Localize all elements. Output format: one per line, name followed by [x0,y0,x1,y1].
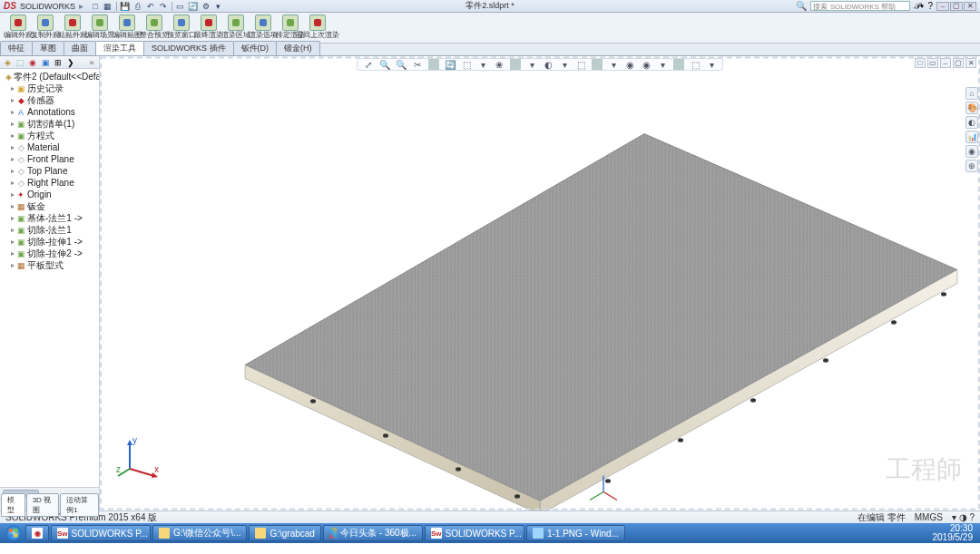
tree-item[interactable]: ▸▣切除-拉伸2 -> [0,248,99,259]
tree-collapse-button[interactable]: » [86,57,97,68]
tree-item[interactable]: ▸◇Right Plane [0,177,99,189]
tab-SOLIDWORKS 插件[interactable]: SOLIDWORKS 插件 [143,41,234,55]
qa-print-icon[interactable]: ⎙ [133,2,142,11]
taskbar-app[interactable]: G:\微信公众号\... [152,525,247,541]
orientation-triad[interactable]: y x z [116,433,162,478]
tree-item[interactable]: ▸▣切除-法兰1 [0,224,99,236]
tree-expand-icon[interactable]: ❯ [65,57,76,68]
ribbon-复制外观[interactable]: 复制外观 [33,15,58,39]
ribbon-icon [228,15,244,31]
taskbar-app[interactable]: 今日头条 - 360极... [323,525,423,541]
taskpane-tab-3[interactable]: 📊 [965,131,978,143]
expand-icon[interactable]: ▸ [11,214,15,222]
feature-tree[interactable]: ◈ 零件2 (Default<<Default>_显 ▸▣历史记录▸◆传感器▸A… [0,69,99,487]
tree-item[interactable]: ▸◇Front Plane [0,153,99,165]
tree-item[interactable]: ▸◇Top Plane [0,165,99,177]
tree-item[interactable]: ▸▣切除-拉伸1 -> [0,236,99,248]
tree-item[interactable]: ▸▣基体-法兰1 -> [0,212,99,224]
qa-new-icon[interactable]: □ [91,2,100,11]
graphics-viewport[interactable]: ⤢🔍🔍✂🔄⬚▾❀▾◐▾⬚▾◉◉▾⬚▾ □ ▭ – ▢ ✕ [100,56,980,510]
expand-icon[interactable]: ▸ [11,131,15,140]
taskbar-app[interactable]: ◉ [25,525,49,541]
tab-草图[interactable]: 草图 [32,41,64,55]
expand-icon[interactable]: ▸ [11,84,15,92]
tree-item[interactable]: ▸▣方程式 [0,130,99,141]
ribbon-预览窗口[interactable]: 预览窗口 [169,15,194,39]
ribbon-编辑贴图[interactable]: 编辑贴图 [114,15,140,39]
start-button[interactable] [4,525,24,541]
taskpane-tab-1[interactable]: 🎨 [965,102,978,114]
close-button[interactable]: ✕ [964,2,976,11]
expand-icon[interactable]: ▸ [11,249,15,258]
expand-icon[interactable]: ▸ [11,120,15,128]
tree-item[interactable]: ▸AAnnotations [0,106,99,118]
qa-save-icon[interactable]: 💾 [121,2,130,11]
tree-root-item[interactable]: ◈ 零件2 (Default<<Default>_显 [0,71,99,83]
taskbar-app[interactable]: G:\grabcad [249,525,320,541]
tree-item[interactable]: ▸▦钣金 [0,200,99,212]
taskbar-app[interactable]: SwSOLIDWORKS P... [51,525,151,541]
expand-icon[interactable]: ▸ [11,190,15,199]
qa-undo-icon[interactable]: ↶ [146,2,155,11]
system-tray[interactable]: 20:30 2019/5/29 [933,524,977,542]
tree-item[interactable]: ▸▣历史记录 [0,83,99,94]
tree-item-label: 历史记录 [27,83,64,95]
tree-tab-3D 视图[interactable]: 3D 视图 [26,493,60,517]
qa-select-icon[interactable]: ▭ [176,2,185,11]
qa-rebuild-icon[interactable]: 🔄 [189,2,198,11]
expand-icon[interactable]: ▸ [11,143,15,151]
expand-icon[interactable]: ▸ [11,238,15,246]
status-units[interactable]: MMGS [915,512,943,522]
ribbon-粘贴外观[interactable]: 粘贴外观 [60,15,85,39]
expand-icon[interactable]: ▸ [11,261,15,269]
ribbon-编辑场景[interactable]: 编辑场景 [87,15,113,39]
taskpane-tab-0[interactable]: ⌂ [965,87,978,100]
qa-redo-icon[interactable]: ↷ [159,2,168,11]
taskbar-app[interactable]: SwSOLIDWORKS P... [425,525,524,541]
help-icon[interactable]: ? [927,1,933,11]
tree-tab-模型[interactable]: 模型 [1,493,25,517]
help-search-input[interactable]: 搜索 SOLIDWORKS 帮助 [810,1,910,11]
ribbon-编辑外观[interactable]: 编辑外观 [5,15,31,39]
tab-曲面[interactable]: 曲面 [64,41,96,55]
tree-filter-icon[interactable]: ⊞ [53,57,64,68]
ribbon-渲染区域[interactable]: 渲染区域 [223,15,249,39]
tab-渲染工具[interactable]: 渲染工具 [95,41,144,55]
taskbar-app[interactable]: 1-1.PNG - Wind... [526,525,625,541]
tree-item[interactable]: ▸◆传感器 [0,94,99,106]
ribbon-渲染选项[interactable]: 渲染选项 [250,15,276,39]
qa-open-icon[interactable]: ▦ [103,2,113,11]
expand-icon[interactable]: ▸ [11,226,15,234]
tree-item[interactable]: ▸▣切割清单(1) [0,118,99,130]
expand-icon[interactable]: ▸ [11,167,15,175]
taskpane-tab-2[interactable]: ◐ [965,116,978,129]
tab-钣件(D)[interactable]: 钣件(D) [233,41,278,55]
ribbon-整合预览[interactable]: 整合预览 [142,15,167,39]
expand-icon[interactable]: ▸ [11,96,15,104]
tab-特征[interactable]: 特征 [0,41,33,55]
tab-锻金(H)[interactable]: 锻金(H) [276,41,320,55]
tree-tab-运动算例1[interactable]: 运动算例1 [60,493,99,517]
tree-item[interactable]: ▸▦平板型式 [0,259,99,271]
search-icon[interactable]: 🔍 [796,1,807,11]
expand-icon[interactable]: ▸ [11,155,15,163]
tree-feature-icon[interactable]: ◈ [2,57,13,68]
maximize-button[interactable]: ▢ [950,2,963,11]
tree-appearance-icon[interactable]: ▣ [40,57,51,68]
ribbon-召回上次渲染[interactable]: 召回上次渲染 [305,15,330,39]
ribbon-最终渲染[interactable]: 最终渲染 [196,15,221,39]
expand-icon[interactable]: ▸ [11,179,15,187]
qa-options-icon[interactable]: ⚙ [201,2,211,11]
taskpane-tab-5[interactable]: ⊕ [965,160,978,172]
qa-dropdown-icon[interactable]: ▾ [214,2,223,11]
tree-config-icon[interactable]: ⬚ [15,57,25,68]
minimize-button[interactable]: – [936,2,949,11]
expand-icon[interactable]: ▸ [11,108,15,116]
expand-icon[interactable]: ▸ [11,202,15,210]
tree-item[interactable]: ▸◇Material [0,141,99,153]
tree-display-icon[interactable]: ◉ [27,57,38,68]
status-extra-icons[interactable]: ▾ ◑ ? [952,512,975,522]
tree-item[interactable]: ▸✦Origin [0,189,99,200]
help-dropdown-icon[interactable]: 𝒫▾ [914,1,924,12]
taskpane-tab-4[interactable]: ◉ [965,145,978,158]
